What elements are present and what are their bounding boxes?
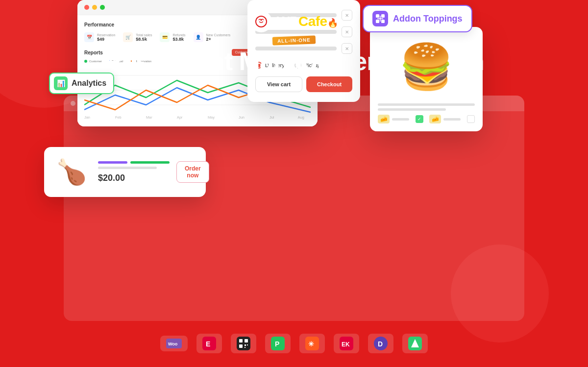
svg-rect-23 (237, 337, 250, 350)
svg-text:Feb: Feb (115, 116, 122, 120)
svg-text:Jan: Jan (84, 116, 90, 120)
svg-rect-24 (239, 339, 243, 343)
cart-actions: View cart Checkout (255, 76, 352, 92)
topping-icon-1: 🧀 (378, 115, 390, 123)
svg-text:✳: ✳ (308, 340, 314, 348)
svg-text:Mar: Mar (146, 116, 152, 120)
logo-woocommerce: Woo (160, 336, 188, 351)
topping-icon-2: 🧀 (429, 115, 441, 123)
rating-purple (98, 161, 127, 164)
burger-image: 🍔 (378, 35, 475, 98)
addon-icon (372, 11, 388, 26)
svg-text:Apr: Apr (177, 116, 183, 120)
view-cart-button[interactable]: View cart (255, 76, 302, 92)
bg-dot-1 (71, 101, 75, 106)
svg-rect-13 (376, 14, 379, 18)
svg-text:Jul: Jul (270, 116, 274, 120)
svg-rect-15 (376, 20, 379, 23)
svg-text:Jun: Jun (239, 116, 245, 120)
product-info: $20.00 (98, 161, 170, 183)
header: WPCafe🔥 ALL-IN-ONE Restaurant Management… (0, 0, 588, 75)
addon-text: Addon Toppings (393, 14, 463, 24)
burger-bar-short (378, 108, 446, 111)
svg-rect-14 (381, 14, 385, 18)
order-now-button[interactable]: Order now (176, 161, 209, 183)
product-image: 🍗 (52, 155, 91, 189)
svg-text:D: D (378, 340, 383, 348)
addon-toppings-badge: Addon Toppings (363, 5, 472, 32)
tagline-badge: ALL-IN-ONE (272, 35, 316, 45)
burger-toppings-row: 🧀 ✓ 🧀 (378, 115, 475, 123)
analytics-badge-text: Analytics (72, 79, 106, 88)
topping-check-1[interactable]: ✓ (416, 115, 423, 123)
logo-elementkit: EK (334, 334, 359, 353)
burger-bar-long (378, 103, 475, 106)
checkout-button[interactable]: Checkout (306, 76, 352, 92)
product-rating (98, 161, 170, 164)
svg-text:May: May (208, 116, 215, 120)
topping-check-2[interactable] (467, 115, 475, 123)
rating-green (130, 161, 170, 164)
product-card: 🍗 $20.00 Order now (44, 147, 206, 197)
svg-text:P: P (275, 340, 279, 348)
analytics-badge: 📊 Analytics (49, 73, 114, 94)
product-desc-bar (98, 167, 157, 169)
svg-rect-27 (245, 344, 246, 346)
topping-bar-2 (443, 118, 461, 121)
logo-custom (402, 334, 428, 353)
brand-name: WPCafe🔥 (277, 14, 338, 29)
svg-rect-25 (245, 339, 248, 343)
product-price: $20.00 (98, 173, 170, 183)
svg-rect-16 (381, 20, 385, 23)
analytics-badge-icon: 📊 (54, 76, 68, 90)
product-actions: Order now (176, 161, 209, 183)
topping-bar-1 (392, 118, 409, 121)
svg-rect-28 (247, 344, 248, 345)
topping-item-2: 🧀 (429, 115, 461, 123)
svg-text:Woo: Woo (168, 342, 178, 346)
burger-desc-bars (378, 103, 475, 111)
logo-qr (231, 334, 256, 353)
logo-astro: ✳ (299, 334, 325, 353)
svg-text:E: E (206, 340, 210, 348)
svg-text:EK: EK (342, 341, 350, 348)
svg-rect-26 (239, 344, 243, 348)
logo-container: WPCafe🔥 (250, 11, 338, 32)
burger-panel: 🍔 🧀 ✓ 🧀 (370, 27, 483, 131)
logo-pushover: P (265, 334, 291, 353)
svg-text:Aug: Aug (298, 116, 304, 120)
svg-point-0 (256, 16, 267, 27)
integration-logos: Woo E P ✳ EK D (0, 334, 588, 353)
svg-point-1 (260, 20, 262, 21)
svg-rect-29 (245, 347, 245, 348)
logo-elementor: E (196, 334, 222, 353)
topping-item-1: 🧀 (378, 115, 409, 123)
logo-icon (250, 11, 272, 32)
logo-divi: D (368, 334, 393, 353)
